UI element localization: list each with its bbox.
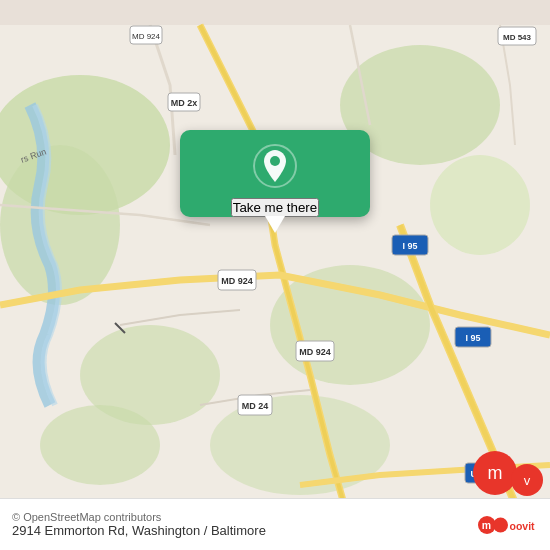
svg-text:I 95: I 95: [402, 241, 417, 251]
svg-text:oovit: oovit: [510, 519, 536, 531]
bottom-bar: © OpenStreetMap contributors 2914 Emmort…: [0, 498, 550, 550]
address-text: 2914 Emmorton Rd, Washington / Baltimore: [12, 523, 266, 538]
map-container: MD 924 MD 924 MD 24 MD 2x I 95 I 95 US 4…: [0, 0, 550, 550]
location-pin-icon: [253, 144, 297, 188]
svg-point-36: [493, 517, 508, 532]
svg-text:v: v: [524, 473, 531, 488]
popup-icon-area: [253, 130, 297, 198]
svg-text:MD 24: MD 24: [242, 401, 269, 411]
svg-text:MD 924: MD 924: [299, 347, 331, 357]
svg-text:MD 2x: MD 2x: [171, 98, 198, 108]
svg-text:MD 924: MD 924: [221, 276, 253, 286]
popup-tail: [265, 216, 285, 233]
svg-text:I 95: I 95: [465, 333, 480, 343]
svg-point-34: [270, 156, 280, 166]
moovit-logo-icon: m oovit: [478, 510, 538, 540]
svg-point-7: [40, 405, 160, 485]
take-me-there-button[interactable]: Take me there: [231, 198, 319, 217]
svg-text:m: m: [482, 518, 491, 530]
osm-credit: © OpenStreetMap contributors: [12, 511, 266, 523]
map-background: MD 924 MD 924 MD 24 MD 2x I 95 I 95 US 4…: [0, 0, 550, 550]
svg-text:MD 543: MD 543: [503, 33, 532, 42]
svg-text:m: m: [488, 463, 503, 483]
moovit-logo: m oovit: [478, 510, 538, 540]
popup-card: Take me there: [180, 130, 370, 217]
svg-point-4: [430, 155, 530, 255]
svg-text:MD 924: MD 924: [132, 32, 161, 41]
